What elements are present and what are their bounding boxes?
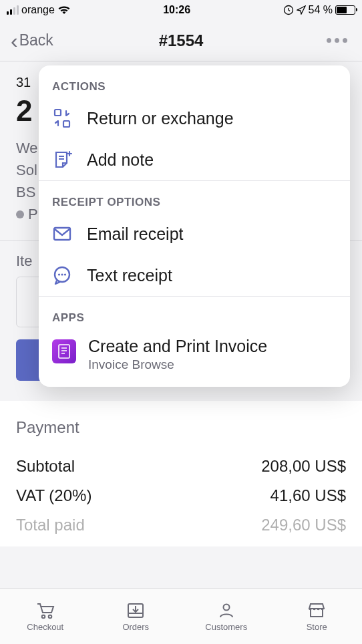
email-icon xyxy=(52,224,72,244)
menu-item-label: Email receipt xyxy=(87,224,184,244)
battery-percent: 54 % xyxy=(309,4,333,16)
svg-rect-13 xyxy=(59,345,69,358)
back-button[interactable]: ‹ Back xyxy=(11,30,53,51)
status-left: orange xyxy=(7,4,71,16)
menu-item-text-receipt[interactable]: Text receipt xyxy=(39,255,350,296)
actions-popover: ACTIONS Return or exchange Add note RECE… xyxy=(39,65,350,387)
chevron-left-icon: ‹ xyxy=(11,30,18,51)
return-icon xyxy=(52,108,72,128)
status-bar: orange 10:26 54 % xyxy=(0,0,362,20)
svg-point-11 xyxy=(61,273,63,275)
nav-bar: ‹ Back #1554 xyxy=(0,20,362,61)
menu-item-label: Text receipt xyxy=(87,266,172,285)
menu-item-label: Return or exchange xyxy=(87,109,234,128)
menu-item-app-invoice[interactable]: Create and Print Invoice Invoice Browse xyxy=(39,329,350,387)
lock-icon xyxy=(283,5,294,15)
carrier-label: orange xyxy=(21,4,55,16)
location-icon xyxy=(297,5,306,15)
battery-icon xyxy=(335,5,355,15)
chat-icon xyxy=(52,265,72,285)
popover-overlay[interactable]: ACTIONS Return or exchange Add note RECE… xyxy=(0,61,362,644)
svg-rect-7 xyxy=(63,121,69,127)
menu-item-email-receipt[interactable]: Email receipt xyxy=(39,213,350,255)
status-right: 54 % xyxy=(283,4,355,16)
status-time: 10:26 xyxy=(163,4,190,16)
svg-point-12 xyxy=(64,273,66,275)
note-icon xyxy=(52,150,72,170)
app-subtitle: Invoice Browse xyxy=(88,357,267,372)
app-title: Create and Print Invoice xyxy=(88,337,267,356)
menu-item-add-note[interactable]: Add note xyxy=(39,139,350,180)
back-label: Back xyxy=(19,31,53,49)
wifi-icon xyxy=(57,5,71,15)
section-heading-apps: APPS xyxy=(39,297,350,329)
section-heading-actions: ACTIONS xyxy=(39,65,350,98)
cellular-signal-icon xyxy=(7,5,19,15)
app-icon xyxy=(52,339,76,363)
menu-item-return-exchange[interactable]: Return or exchange xyxy=(39,98,350,139)
page-title: #1554 xyxy=(159,31,204,50)
svg-point-10 xyxy=(58,273,60,275)
svg-rect-6 xyxy=(55,110,61,116)
more-button[interactable] xyxy=(327,38,351,43)
menu-item-label: Add note xyxy=(87,150,154,170)
section-heading-receipt: RECEIPT OPTIONS xyxy=(39,181,350,213)
